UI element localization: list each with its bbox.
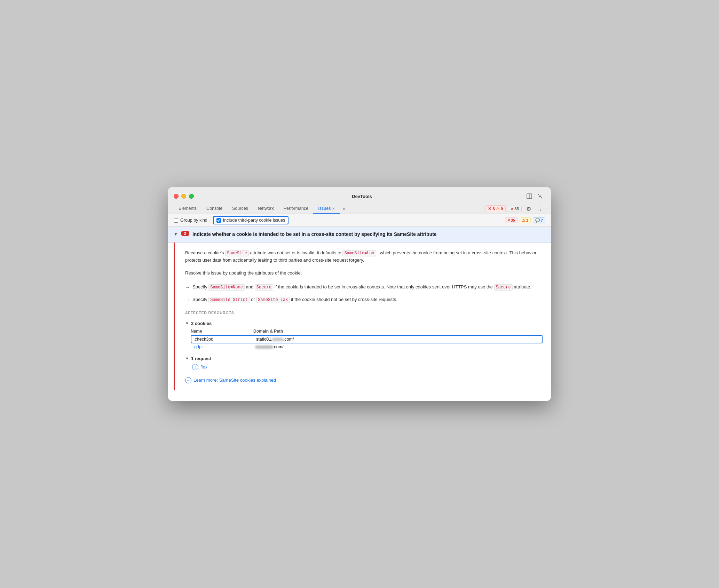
- second-error-badge: ✕ 35: [505, 217, 517, 223]
- cookie-table-header: Name Domain & Path: [191, 329, 543, 334]
- arrow-icon-1: →: [185, 284, 190, 291]
- samesite-strict-code: SameSite=Strict: [208, 297, 250, 303]
- samesite-lax-code-2: SameSite=Lax: [256, 297, 290, 303]
- issue-description: Because a cookie's SameSite attribute wa…: [185, 249, 543, 264]
- close-button[interactable]: [174, 194, 179, 199]
- group-by-kind-input[interactable]: [174, 218, 178, 223]
- secure-code-2: Secure: [494, 284, 513, 291]
- include-third-party-checkbox[interactable]: Include third-party cookie issues: [213, 216, 289, 224]
- cookie-row-2[interactable]: -gdpr xxxxxxxx.com/: [191, 343, 543, 350]
- issue-title: Indicate whether a cookie is intended to…: [192, 231, 437, 238]
- tab-elements[interactable]: Elements: [174, 204, 202, 214]
- title-bar: DevTools Elements Console Sources: [168, 187, 551, 214]
- request-download-icon: ↓: [192, 364, 198, 370]
- second-warning-badge: ⚠ 1: [520, 217, 531, 223]
- tab-console[interactable]: Console: [202, 204, 227, 214]
- requests-chevron-icon: ▼: [185, 356, 189, 360]
- affected-resources: Affected Resources ▼ 2 cookies Name Doma…: [185, 311, 543, 383]
- cookie-domain-1: static01.xxxxx.com/: [256, 337, 326, 342]
- warning-icon: ⚠: [496, 206, 500, 211]
- cookies-chevron-icon: ▼: [185, 321, 189, 325]
- samesite-none-code: SameSite=None: [208, 284, 245, 291]
- tab-more-button[interactable]: »: [340, 204, 348, 213]
- samesite-lax-code: SameSite=Lax: [342, 250, 376, 256]
- cookie-domain-2: xxxxxxxx.com/: [255, 344, 325, 349]
- learn-more-link[interactable]: → Learn more: SameSite cookies explained: [185, 377, 543, 383]
- error-badge[interactable]: ✕ 6 ⚠ 9: [485, 205, 506, 212]
- cookie-row-1[interactable]: .check3pc static01.xxxxx.com/: [191, 335, 543, 343]
- cookie-name-2: -gdpr: [193, 344, 255, 349]
- issue-body: Because a cookie's SameSite attribute wa…: [174, 243, 551, 390]
- issues-badge-red-icon: ✕: [511, 207, 513, 211]
- devtools-window: DevTools Elements Console Sources: [168, 187, 551, 401]
- window-title: DevTools: [199, 194, 524, 199]
- second-info-badge: 💬 7: [533, 217, 545, 223]
- issues-badge[interactable]: ✕ 35: [508, 206, 522, 212]
- issue-header: ▼ 2 Indicate whether a cookie is intende…: [168, 227, 551, 243]
- minimize-button[interactable]: [181, 194, 186, 199]
- tab-issues[interactable]: Issues ✕: [313, 204, 340, 214]
- error-icon: ✕: [488, 206, 491, 211]
- col-domain-header: Domain & Path: [253, 329, 323, 334]
- second-warning-icon: ⚠: [522, 218, 526, 223]
- maximize-button[interactable]: [189, 194, 194, 199]
- more-options-button[interactable]: ⋮: [536, 204, 545, 214]
- affected-label: Affected Resources: [185, 311, 543, 317]
- content-area: ▼ 2 Indicate whether a cookie is intende…: [168, 227, 551, 401]
- second-toolbar: Group by kind Include third-party cookie…: [168, 214, 551, 227]
- dock-icon[interactable]: [524, 191, 534, 201]
- group-by-kind-checkbox[interactable]: Group by kind: [174, 218, 207, 223]
- cookies-collapsible[interactable]: ▼ 2 cookies: [185, 321, 543, 326]
- tabs-row: Elements Console Sources Network Perform…: [174, 204, 545, 214]
- request-link[interactable]: ↓ flex: [192, 364, 543, 370]
- tab-network[interactable]: Network: [253, 204, 279, 214]
- toolbar-right-icons: [524, 191, 545, 201]
- second-toolbar-badges: ✕ 35 ⚠ 1 💬 7: [505, 217, 546, 223]
- toolbar-badges: ✕ 6 ⚠ 9 ✕ 35 ⚙ ⋮: [485, 204, 545, 214]
- settings-button[interactable]: ⚙: [524, 204, 534, 214]
- svg-rect-1: [529, 194, 530, 199]
- col-name-header: Name: [191, 329, 253, 334]
- traffic-lights: [174, 194, 194, 199]
- secure-code-1: Secure: [255, 284, 273, 291]
- bullet-item-1: → Specify SameSite=None and Secure if th…: [185, 284, 543, 291]
- tab-close-icon[interactable]: ✕: [332, 207, 335, 210]
- cookie-table: Name Domain & Path .check3pc static01.xx…: [191, 329, 543, 350]
- second-error-icon: ✕: [507, 218, 510, 222]
- requests-section: ▼ 1 request ↓ flex: [185, 356, 543, 370]
- tab-sources[interactable]: Sources: [227, 204, 253, 214]
- tab-performance[interactable]: Performance: [279, 204, 314, 214]
- cookie-name-1: .check3pc: [193, 337, 256, 342]
- resolve-text: Resolve this issue by updating the attri…: [185, 270, 543, 277]
- inspect-icon[interactable]: [536, 191, 545, 201]
- arrow-icon-2: →: [185, 296, 190, 304]
- second-info-icon: 💬: [535, 218, 540, 223]
- issue-count-badge: 2: [181, 231, 189, 236]
- bullet-item-2: → Specify SameSite=Strict or SameSite=La…: [185, 296, 543, 304]
- issue-chevron-icon[interactable]: ▼: [174, 232, 178, 237]
- learn-more-arrow-icon: →: [185, 377, 191, 383]
- samesite-code: SameSite: [225, 250, 249, 256]
- cookie-link-2[interactable]: -gdpr: [193, 344, 203, 349]
- include-third-party-input[interactable]: [216, 218, 221, 223]
- requests-collapsible[interactable]: ▼ 1 request: [185, 356, 543, 361]
